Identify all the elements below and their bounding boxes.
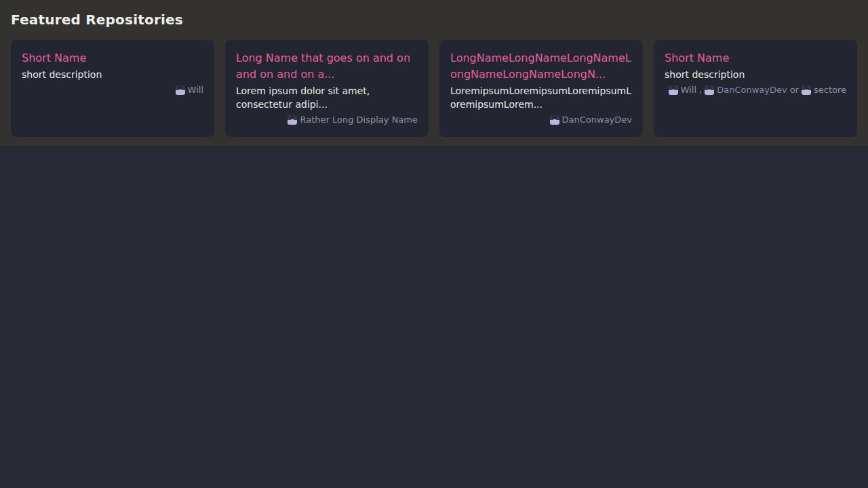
avatar-icon <box>550 115 559 125</box>
repo-name[interactable]: Long Name that goes on and on and on and… <box>236 50 418 83</box>
avatar-icon <box>176 85 185 95</box>
repo-card[interactable]: LongNameLongNameLongNameLongNameLongName… <box>439 40 643 137</box>
repo-card[interactable]: Short Name short description Will,DanCon… <box>654 40 857 137</box>
avatar-icon <box>669 85 678 95</box>
maintainer-name[interactable]: DanConwayDev <box>562 115 632 125</box>
repo-description: Lorem ipsum dolor sit amet, consectetur … <box>236 84 418 111</box>
repo-name[interactable]: LongNameLongNameLongNameLongNameLongName… <box>450 50 632 83</box>
maintainer-name[interactable]: sectore <box>814 85 846 95</box>
maintainer-name[interactable]: Will <box>188 85 203 95</box>
repo-description: short description <box>665 68 846 81</box>
repo-card-list: Short Name short description Will Long N… <box>11 40 857 137</box>
repo-card[interactable]: Short Name short description Will <box>11 40 214 137</box>
repo-name[interactable]: Short Name <box>665 50 846 66</box>
avatar-icon <box>802 85 811 95</box>
maintainer-separator: , <box>699 85 702 95</box>
maintainer-name[interactable]: Will <box>681 85 696 95</box>
avatar-icon <box>288 115 297 125</box>
repo-maintainers: DanConwayDev <box>450 115 632 125</box>
maintainer-name[interactable]: Rather Long Display Name <box>300 115 418 125</box>
page-title: Featured Repositories <box>11 11 857 28</box>
maintainer-name[interactable]: DanConwayDev <box>717 85 787 95</box>
repo-name[interactable]: Short Name <box>22 50 203 66</box>
repo-maintainers: Will <box>22 85 203 95</box>
repo-card[interactable]: Long Name that goes on and on and on and… <box>225 40 429 137</box>
repo-description: short description <box>22 68 203 81</box>
featured-repositories-section: Featured Repositories Short Name short d… <box>0 0 868 146</box>
repo-description: LoremipsumLoremipsumLoremipsumLoremipsum… <box>450 84 632 111</box>
avatar-icon <box>705 85 714 95</box>
repo-maintainers: Rather Long Display Name <box>236 115 418 125</box>
maintainer-separator: or <box>790 85 799 95</box>
page-body <box>0 146 868 488</box>
repo-maintainers: Will,DanConwayDevorsectore <box>665 85 846 95</box>
